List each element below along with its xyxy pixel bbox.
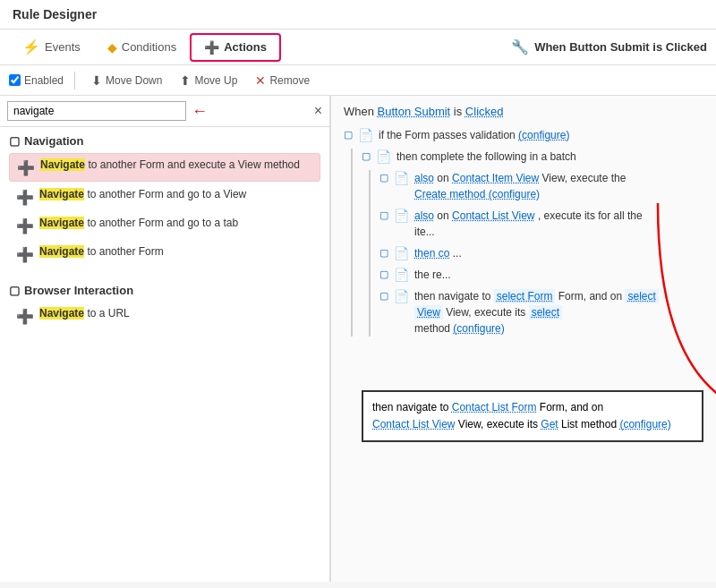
hbox-view-link[interactable]: Contact List View — [372, 418, 456, 430]
node-6-the: the — [414, 268, 430, 281]
node-5-expand[interactable]: ▢ — [379, 247, 388, 259]
node-7-mid: Form, and on — [558, 290, 626, 303]
node-4-also[interactable]: also — [414, 209, 434, 222]
toolbar: Enabled ⬇ Move Down ⬆ Move Up ✕ Remove — [0, 65, 716, 96]
node-7-execute: View, execute its — [446, 306, 529, 319]
hbox-form-link[interactable]: Contact List Form — [452, 401, 537, 413]
node-4-view[interactable]: Contact List View — [452, 209, 535, 222]
node-2-expand[interactable]: ▢ — [362, 150, 371, 162]
hbox-get-link[interactable]: Get — [541, 418, 558, 430]
remove-icon: ✕ — [255, 73, 266, 88]
node-3-expand[interactable]: ▢ — [379, 172, 388, 183]
node-6-text: the re... — [414, 267, 451, 283]
nav-item-2-icon: ➕ — [16, 189, 34, 206]
node-7-view-link[interactable]: select — [625, 289, 658, 303]
node-7-select-link[interactable]: select — [529, 305, 562, 320]
browser-item-1-icon: ➕ — [16, 308, 34, 325]
left-panel: ← × ▢ Navigation ➕ Navigate to another F… — [0, 96, 331, 582]
node-3-view[interactable]: Contact Item View — [452, 172, 539, 184]
nav-item-3-icon: ➕ — [16, 217, 34, 234]
move-down-label: Move Down — [106, 74, 162, 87]
node-3-text: also on Contact Item View View, execute … — [414, 170, 626, 202]
node-1-icon: 📄 — [358, 128, 373, 142]
node-3-icon: 📄 — [394, 171, 409, 185]
rule-header-icon: 🔧 — [511, 38, 529, 55]
search-input[interactable] — [7, 101, 186, 121]
nav-item-1-text: Navigate to another Form and execute a V… — [40, 158, 300, 171]
move-up-button[interactable]: ⬆ Move Up — [175, 72, 243, 89]
nav-item-2-highlight: Navigate — [39, 188, 84, 200]
nav-item-1[interactable]: ➕ Navigate to another Form and execute a… — [9, 153, 320, 182]
tab-actions[interactable]: ➕ Actions — [190, 33, 281, 62]
rule-is: is — [454, 105, 465, 118]
close-button[interactable]: × — [314, 103, 322, 119]
tab-events[interactable]: ⚡ Events — [9, 32, 94, 62]
rule-clicked-link[interactable]: Clicked — [465, 105, 504, 118]
navigation-section-title: ▢ Navigation — [9, 134, 320, 148]
node-2-icon: 📄 — [376, 149, 391, 164]
rule-header: 🔧 When Button Submit is Clicked — [511, 38, 707, 55]
node-7-text: then navigate to select Form Form, and o… — [414, 288, 659, 337]
node-1-text: if the Form passes validation (configure… — [379, 127, 569, 143]
tab-conditions-label: Conditions — [122, 40, 176, 54]
node-4-expand[interactable]: ▢ — [379, 209, 388, 221]
node-1-configure[interactable]: (configure) — [518, 129, 569, 141]
rule-title: When Button Submit is Clicked — [344, 105, 703, 118]
node-4-icon: 📄 — [394, 209, 409, 223]
tab-conditions[interactable]: ◆ Conditions — [94, 34, 190, 61]
move-down-button[interactable]: ⬇ Move Down — [86, 72, 167, 89]
node-3-also[interactable]: also — [414, 172, 434, 184]
node-7-configure[interactable]: (configure) — [453, 322, 504, 335]
node-4-on: on — [437, 209, 452, 222]
node-6-rest: re... — [432, 268, 451, 281]
node-2-text: then complete the following in a batch — [396, 149, 576, 165]
enabled-checkbox[interactable] — [9, 74, 21, 86]
nav-item-4-icon: ➕ — [16, 246, 34, 263]
browser-item-1[interactable]: ➕ Navigate to a URL — [9, 303, 320, 329]
branch-line-1: ▢ 📄 then complete the following in a bat… — [351, 149, 703, 337]
browser-item-1-highlight: Navigate — [39, 307, 84, 320]
node-3-method[interactable]: Create method (configure) — [414, 188, 540, 200]
nav-item-2[interactable]: ➕ Navigate to another Form and go to a V… — [9, 183, 320, 210]
browser-section-title: ▢ Browser Interaction — [9, 284, 320, 297]
tab-actions-label: Actions — [224, 40, 267, 54]
nav-item-3-text: Navigate to another Form and go to a tab — [39, 217, 238, 229]
hbox-configure[interactable]: (configure) — [619, 418, 670, 430]
node-7-then: then navigate to — [414, 290, 494, 303]
node-5-then[interactable]: then co — [414, 247, 449, 260]
tab-bar: ⚡ Events ◆ Conditions ➕ Actions 🔧 When B… — [0, 30, 716, 65]
nav-item-2-rest: to another Form and go to a View — [87, 188, 246, 200]
node-5-rest: ... — [453, 247, 462, 260]
browser-section: ▢ Browser Interaction ➕ Navigate to a UR… — [0, 277, 329, 338]
node-1-expand[interactable]: ▢ — [344, 129, 353, 141]
conditions-icon: ◆ — [107, 40, 117, 55]
browser-label: Browser Interaction — [24, 284, 133, 297]
node-6-icon: 📄 — [394, 268, 409, 282]
nav-item-2-text: Navigate to another Form and go to a Vie… — [39, 188, 246, 200]
nav-item-3[interactable]: ➕ Navigate to another Form and go to a t… — [9, 212, 320, 239]
enabled-checkbox-group[interactable]: Enabled — [9, 74, 64, 87]
remove-button[interactable]: ✕ Remove — [250, 72, 315, 89]
main-area: ← × ▢ Navigation ➕ Navigate to another F… — [0, 96, 716, 582]
rule-button-link[interactable]: Button Submit — [378, 105, 451, 118]
node-7-view2-link[interactable]: View — [414, 305, 443, 320]
nav-item-3-highlight: Navigate — [39, 217, 84, 229]
browser-item-1-rest: to a URL — [87, 307, 129, 320]
nav-item-4[interactable]: ➕ Navigate to another Form — [9, 241, 320, 268]
nav-item-4-highlight: Navigate — [39, 245, 84, 258]
node-6-expand[interactable]: ▢ — [379, 268, 388, 280]
node-row-4: ▢ 📄 also on Contact List View , execute … — [379, 208, 703, 240]
navigation-label: Navigation — [24, 134, 83, 148]
move-up-label: Move Up — [194, 74, 237, 87]
enabled-label: Enabled — [24, 74, 64, 87]
node-7-form-link[interactable]: select Form — [494, 289, 556, 303]
navigation-section: ▢ Navigation ➕ Navigate to another Form … — [0, 127, 329, 277]
node-5-text: then co ... — [414, 245, 462, 261]
node-7-expand[interactable]: ▢ — [379, 290, 388, 302]
node-row-5: ▢ 📄 then co ... — [379, 245, 703, 261]
nav-item-4-text: Navigate to another Form — [39, 245, 164, 258]
highlight-box: then navigate to Contact List Form Form,… — [362, 390, 703, 442]
node-row-6: ▢ 📄 the re... — [379, 267, 703, 283]
node-row-7: ▢ 📄 then navigate to select Form Form, a… — [379, 288, 703, 337]
move-down-icon: ⬇ — [91, 73, 102, 88]
